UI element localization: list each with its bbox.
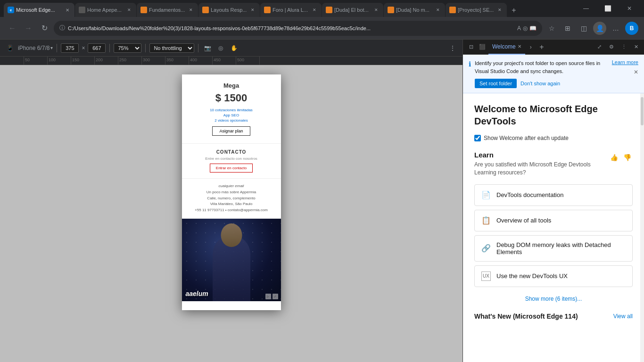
tab-3-label: Fundamentos... bbox=[149, 7, 186, 13]
devtools-notification: ℹ Identify your project's root folder to… bbox=[463, 55, 644, 93]
back-button[interactable]: ← bbox=[6, 22, 19, 35]
tab-8-close[interactable]: ✕ bbox=[496, 7, 503, 13]
show-more-button[interactable]: Show more (6 items)... bbox=[474, 293, 633, 305]
bing-button[interactable]: B bbox=[625, 22, 638, 35]
resource-2-label: Overview of all tools bbox=[496, 217, 551, 224]
tab-3-close[interactable]: ✕ bbox=[188, 7, 194, 13]
resource-card-2[interactable]: 📋 Overview of all tools bbox=[474, 210, 633, 231]
tab-1-close[interactable]: ✕ bbox=[64, 7, 71, 13]
throttle-select[interactable]: No throttling bbox=[149, 43, 194, 53]
dont-show-again-button[interactable]: Don't show again bbox=[520, 79, 560, 88]
video-control-1[interactable]: ▷ bbox=[265, 294, 271, 299]
close-button[interactable]: ✕ bbox=[619, 0, 640, 17]
plan-feature1: 10 cotizaciones ilimitadas bbox=[188, 108, 275, 112]
set-root-folder-button[interactable]: Set root folder bbox=[475, 79, 517, 88]
contact-title: CONTACTO bbox=[188, 149, 275, 155]
read-aloud-icon[interactable]: ◎ bbox=[523, 25, 528, 32]
new-tab-button[interactable]: + bbox=[507, 4, 520, 17]
notification-close-icon[interactable]: ✕ bbox=[634, 69, 638, 75]
forward-button[interactable]: → bbox=[22, 22, 35, 35]
star-icon[interactable]: ☆ bbox=[545, 22, 558, 35]
thumbs-down-button[interactable]: 👎 bbox=[621, 152, 633, 163]
zoom-select[interactable]: 75% 50% 100% bbox=[114, 43, 141, 53]
show-welcome-checkbox[interactable] bbox=[474, 135, 481, 141]
contact-button[interactable]: Entrar en contacto bbox=[210, 164, 253, 173]
footer-line2: Un poco más sobre Appermia bbox=[187, 189, 276, 196]
video-control-2[interactable]: ⤢ bbox=[272, 294, 278, 299]
touch-button[interactable]: ✋ bbox=[229, 43, 239, 53]
screenshot-button[interactable]: 📷 bbox=[202, 43, 213, 53]
tab-2-close[interactable]: ✕ bbox=[126, 7, 132, 13]
translate-icon[interactable]: A bbox=[517, 25, 521, 32]
tab-5[interactable]: Foro | Alura L... ✕ bbox=[260, 3, 322, 17]
tab-2-favicon bbox=[79, 7, 85, 13]
tab-1[interactable]: e Microsoft Edge... ✕ bbox=[4, 3, 74, 17]
tab-7[interactable]: [Duda] No m... ✕ bbox=[384, 3, 445, 17]
notification-body: Identify your project's root folder to o… bbox=[475, 59, 608, 88]
tab-2[interactable]: Home Apepe... ✕ bbox=[75, 3, 136, 17]
plan-button[interactable]: Asignar plan bbox=[212, 126, 250, 136]
tab-4[interactable]: Layouts Resp... ✕ bbox=[198, 3, 260, 17]
location-button[interactable]: ◎ bbox=[215, 43, 226, 53]
width-input[interactable] bbox=[61, 43, 79, 53]
tab-3[interactable]: Fundamentos... ✕ bbox=[137, 3, 198, 17]
plan-price: $ 1500 bbox=[188, 92, 275, 104]
tab-welcome-close[interactable]: ✕ bbox=[518, 44, 521, 49]
tab-4-label: Layouts Resp... bbox=[211, 7, 248, 13]
address-bar: ← → ↻ ⓘ C:/Users/fabio/Downloads/New%20f… bbox=[0, 17, 644, 40]
device-mode-toggle[interactable]: 📱 bbox=[5, 43, 15, 53]
devtools-options-button[interactable]: ⋮ bbox=[619, 42, 629, 52]
emulator-more-button[interactable]: ⋮ bbox=[447, 43, 458, 53]
resource-card-1[interactable]: 📄 DevTools documentation bbox=[474, 184, 633, 206]
collections-icon[interactable]: ⊞ bbox=[561, 22, 574, 35]
resource-card-4[interactable]: UX Use the new DevTools UX bbox=[474, 265, 633, 287]
more-menu-button[interactable]: … bbox=[609, 22, 622, 35]
show-welcome-label: Show Welcome after each update bbox=[484, 135, 569, 141]
tab-5-close[interactable]: ✕ bbox=[311, 7, 318, 13]
sidebar-icon[interactable]: ◫ bbox=[577, 22, 590, 35]
tab-7-label: [Duda] No m... bbox=[396, 7, 433, 13]
devtools-undock-button[interactable]: ⊡ bbox=[466, 42, 476, 52]
devtools-close-button[interactable]: ✕ bbox=[631, 42, 641, 52]
plan-title: Mega bbox=[188, 82, 275, 89]
devtools-settings-button[interactable]: ⚙ bbox=[606, 42, 617, 52]
height-input[interactable] bbox=[88, 43, 106, 53]
tab-welcome[interactable]: Welcome ✕ bbox=[488, 40, 525, 55]
thumbs-up-button[interactable]: 👍 bbox=[608, 152, 619, 163]
view-all-button[interactable]: View all bbox=[613, 313, 633, 320]
devtools-share-button[interactable]: ⤢ bbox=[594, 42, 604, 52]
devtools-doc-icon: 📄 bbox=[481, 190, 491, 200]
refresh-button[interactable]: ↻ bbox=[38, 22, 51, 35]
footer-line5: +55 11 97733711 • contato@appermia.com bbox=[187, 207, 276, 214]
toolbar-divider-4 bbox=[198, 44, 198, 52]
minimize-button[interactable]: — bbox=[575, 0, 597, 17]
notification-text: Identify your project's root folder to o… bbox=[475, 59, 608, 75]
tab-new-button[interactable]: + bbox=[537, 42, 547, 52]
welcome-scrollbar[interactable] bbox=[640, 93, 644, 362]
device-selector[interactable]: iPhone 6/7/8 ▾ bbox=[18, 45, 53, 51]
notification-learn-more[interactable]: Learn more bbox=[612, 59, 638, 65]
resource-card-3[interactable]: 🔗 Debug DOM memory leaks with Detached E… bbox=[474, 235, 633, 262]
tab-4-close[interactable]: ✕ bbox=[249, 7, 256, 13]
debug-icon: 🔗 bbox=[481, 244, 491, 253]
welcome-panel: Welcome to Microsoft Edge DevTools Show … bbox=[463, 93, 644, 362]
device-label: iPhone 6/7/8 bbox=[18, 45, 50, 51]
tab-6-close[interactable]: ✕ bbox=[373, 7, 380, 13]
devtools-dock-button[interactable]: ⬛ bbox=[477, 42, 487, 52]
tab-7-close[interactable]: ✕ bbox=[435, 7, 441, 13]
tab-more-button[interactable]: › bbox=[526, 42, 536, 52]
learn-title: Learn bbox=[474, 151, 597, 159]
welcome-scroll-thumb[interactable] bbox=[641, 97, 644, 125]
resource-3-label: Debug DOM memory leaks with Detached Ele… bbox=[496, 241, 626, 255]
tab-6[interactable]: [Duda] El bot... ✕ bbox=[322, 3, 383, 17]
tab-8[interactable]: [Proyecto] SE... ✕ bbox=[446, 3, 507, 17]
maximize-button[interactable]: ⬜ bbox=[597, 0, 619, 17]
immersive-reader-icon[interactable]: 📖 bbox=[529, 25, 537, 32]
footer-line4: Villa Mariáteo, São Paulo bbox=[187, 201, 276, 207]
tab-1-label: Microsoft Edge... bbox=[16, 7, 62, 13]
notification-actions: Set root folder Don't show again bbox=[475, 79, 608, 88]
profile-icon[interactable]: 👤 bbox=[593, 22, 606, 35]
notification-info-icon: ℹ bbox=[469, 60, 471, 68]
address-field[interactable]: ⓘ C:/Users/fabio/Downloads/New%20folder%… bbox=[54, 21, 542, 36]
tab-1-favicon: e bbox=[8, 7, 14, 13]
